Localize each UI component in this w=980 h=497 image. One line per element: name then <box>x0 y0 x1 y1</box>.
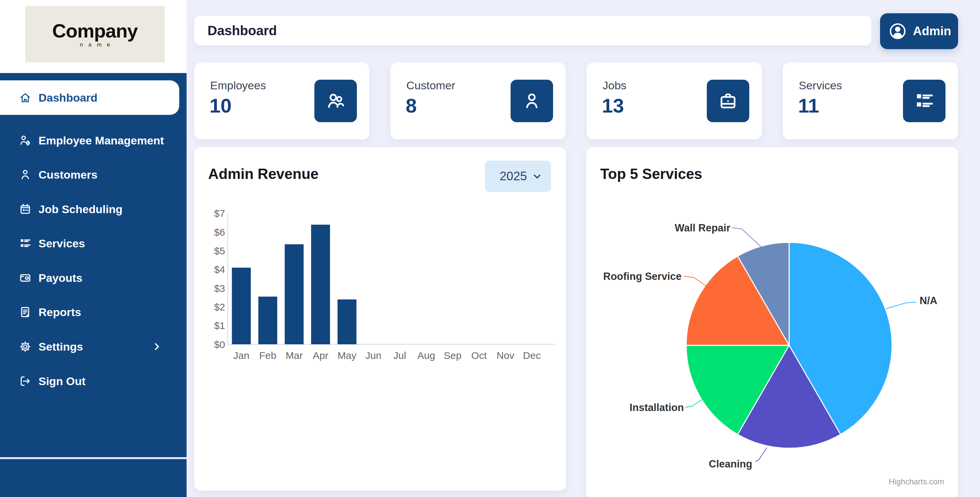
sidebar-item-sign-out[interactable]: Sign Out <box>0 364 179 398</box>
sidebar-item-job-scheduling[interactable]: Job Scheduling <box>0 192 179 226</box>
customers-icon <box>19 168 32 181</box>
payouts-icon <box>19 271 32 285</box>
stat-label: Employees <box>210 79 266 92</box>
jobs-icon <box>707 80 749 122</box>
svg-text:Feb: Feb <box>259 350 277 361</box>
revenue-bar-chart: $0$1$2$3$4$5$6$7JanFebMarAprMayJunJulAug… <box>194 147 566 492</box>
employees-icon <box>314 80 357 122</box>
stat-value: 11 <box>798 94 819 117</box>
employee-management-icon <box>19 134 32 147</box>
admin-user-label: Admin <box>913 24 951 38</box>
svg-text:$0: $0 <box>214 339 225 350</box>
sign-out-icon <box>19 374 32 388</box>
sidebar-nav: Dashboard Employee Management Customers <box>0 73 186 457</box>
svg-text:$6: $6 <box>214 227 225 238</box>
services-list-icon <box>903 80 945 122</box>
svg-text:$5: $5 <box>214 245 225 256</box>
sidebar-item-reports[interactable]: Reports <box>0 295 179 329</box>
svg-text:May: May <box>337 350 356 361</box>
sidebar-item-dashboard[interactable]: Dashboard <box>0 80 179 115</box>
chevron-right-icon <box>151 341 162 352</box>
logo-subtitle: name <box>75 42 116 48</box>
sidebar-item-label: Sign Out <box>38 375 86 388</box>
sidebar-item-settings[interactable]: Settings <box>0 329 179 364</box>
stat-label: Services <box>799 79 842 92</box>
svg-text:Highcharts.com: Highcharts.com <box>889 477 944 486</box>
sidebar-item-label: Payouts <box>38 272 82 285</box>
svg-text:$4: $4 <box>214 264 225 275</box>
stat-card-services: Services 11 <box>783 62 958 139</box>
sidebar-item-label: Services <box>38 237 85 250</box>
customer-icon <box>511 80 553 122</box>
page-title: Dashboard <box>207 23 277 38</box>
sidebar-item-customers[interactable]: Customers <box>0 158 179 192</box>
stat-card-employees: Employees 10 <box>194 62 369 139</box>
admin-revenue-card: Admin Revenue 2025 $0$1$2$3$4$5$6$7JanFe… <box>194 147 566 491</box>
job-scheduling-icon <box>19 202 32 216</box>
svg-text:Oct: Oct <box>471 350 487 361</box>
stat-value: 8 <box>406 94 417 117</box>
logo-title: Company <box>52 21 137 40</box>
svg-text:$3: $3 <box>214 283 225 294</box>
svg-text:Roofing Service: Roofing Service <box>603 271 682 282</box>
page-header: Dashboard <box>194 16 872 46</box>
settings-icon <box>19 340 32 353</box>
sidebar-item-label: Dashboard <box>38 91 98 104</box>
svg-text:N/A: N/A <box>920 295 937 306</box>
svg-text:Wall Repair: Wall Repair <box>675 222 730 234</box>
svg-text:Installation: Installation <box>630 402 684 413</box>
sidebar-footer <box>0 458 186 497</box>
admin-dashboard-app: Company name Dashboard Employee Manageme… <box>0 0 980 497</box>
stat-label: Customer <box>406 79 455 92</box>
svg-text:Dec: Dec <box>523 350 541 361</box>
top-services-pie-chart: N/ACleaningInstallationRoofing ServiceWa… <box>586 147 958 497</box>
sidebar-item-services[interactable]: Services <box>0 226 179 261</box>
sidebar-item-label: Job Scheduling <box>38 203 123 216</box>
svg-text:Mar: Mar <box>285 350 303 361</box>
svg-text:Apr: Apr <box>313 350 328 361</box>
sidebar-logo-area: Company name <box>0 0 186 73</box>
sidebar-item-label: Employee Management <box>38 134 164 147</box>
avatar-icon <box>887 21 908 42</box>
svg-text:Jan: Jan <box>233 350 249 361</box>
stat-value: 13 <box>602 94 624 117</box>
stat-label: Jobs <box>603 79 627 92</box>
svg-text:Cleaning: Cleaning <box>709 458 752 470</box>
company-logo: Company name <box>25 6 165 62</box>
sidebar-item-label: Reports <box>38 306 81 319</box>
svg-text:Aug: Aug <box>417 350 435 361</box>
admin-user-button[interactable]: Admin <box>880 13 958 49</box>
svg-text:Jul: Jul <box>393 350 406 361</box>
stat-card-jobs: Jobs 13 <box>587 62 762 139</box>
svg-text:Nov: Nov <box>496 350 514 361</box>
sidebar-item-employee-management[interactable]: Employee Management <box>0 123 179 158</box>
svg-text:$1: $1 <box>214 320 225 331</box>
top-services-card: Top 5 Services N/ACleaningInstallationRo… <box>586 147 958 497</box>
home-icon <box>19 91 32 104</box>
stat-value: 10 <box>210 94 232 117</box>
stat-card-customer: Customer 8 <box>390 62 566 139</box>
sidebar-item-payouts[interactable]: Payouts <box>0 261 179 295</box>
svg-text:$7: $7 <box>214 208 225 219</box>
reports-icon <box>19 306 32 319</box>
svg-text:Jun: Jun <box>366 350 382 361</box>
svg-text:$2: $2 <box>214 301 225 312</box>
sidebar-item-label: Customers <box>38 168 98 181</box>
services-icon <box>19 237 32 250</box>
sidebar-item-label: Settings <box>38 340 83 353</box>
svg-text:Sep: Sep <box>444 350 461 361</box>
